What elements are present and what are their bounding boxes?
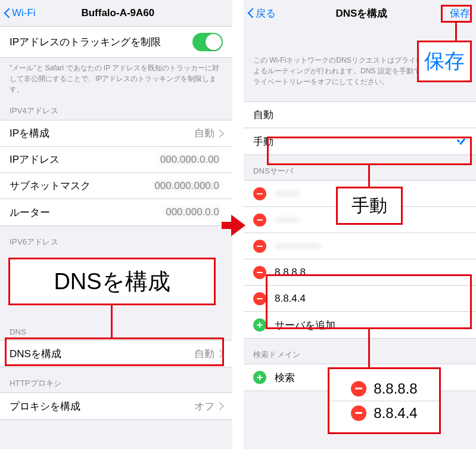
mode-auto-row[interactable]: 自動 — [244, 102, 476, 128]
mode-auto-label: 自動 — [253, 108, 466, 122]
add-server-label: サーバを追加 — [275, 318, 466, 332]
remove-icon[interactable] — [253, 240, 266, 253]
ip-address-row: IPアドレス 000.000.0.00 — [0, 147, 232, 173]
tracking-footer: "メール"と Safari であなたの IP アドレスを既知のトラッカーに対して… — [0, 58, 232, 95]
configure-proxy-label: プロキシを構成 — [10, 400, 194, 413]
add-icon[interactable] — [253, 371, 266, 384]
remove-icon[interactable] — [253, 292, 266, 305]
chevron-right-icon — [218, 129, 223, 138]
configure-ip-row[interactable]: IPを構成 自動 — [0, 120, 232, 147]
limit-tracking-label: IPアドレスのトラッキングを制限 — [10, 35, 192, 49]
dns-group: DNSを構成 自動 — [0, 340, 232, 367]
dns-server-row[interactable]: 8.8.4.4 — [244, 286, 476, 312]
dns-server-value: 8.8.4.4 — [275, 293, 466, 305]
configure-dns-row[interactable]: DNSを構成 自動 — [0, 340, 232, 367]
limit-tracking-toggle[interactable] — [192, 33, 223, 51]
chevron-left-icon — [247, 7, 254, 19]
wifi-detail-screen: Wi-Fi Buffalo-A-9A60 IPアドレスのトラッキングを制限 "メ… — [0, 0, 232, 449]
dns-server-value: ••••••••••••• — [275, 240, 466, 252]
mode-group: 自動 手動 — [244, 101, 476, 155]
chevron-right-icon — [218, 349, 223, 358]
configure-ip-label: IPを構成 — [10, 126, 194, 140]
subnet-label: サブネットマスク — [10, 179, 154, 193]
ip-address-label: IPアドレス — [10, 153, 160, 166]
router-value: 000.000.0.0 — [166, 206, 219, 218]
add-server-row[interactable]: サーバを追加 — [244, 312, 476, 338]
search-domain-group: 検索 — [244, 364, 476, 391]
router-row: ルーター 000.000.0.0 — [0, 199, 232, 225]
dns-server-row[interactable]: ••••••••••••• — [244, 233, 476, 259]
page-title: DNSを構成 — [336, 7, 388, 20]
chevron-left-icon — [4, 7, 11, 19]
configure-proxy-row[interactable]: プロキシを構成 オフ — [0, 393, 232, 419]
nav-bar: 戻る DNSを構成 保存 — [244, 0, 476, 26]
proxy-group: プロキシを構成 オフ — [0, 392, 232, 420]
dns-server-row[interactable]: ••••••• — [244, 207, 476, 233]
page-title: Buffalo-A-9A60 — [81, 7, 154, 19]
configure-ip-value: 自動 — [194, 126, 214, 140]
dns-server-row[interactable]: 8.8.8.8 — [244, 259, 476, 286]
dns-server-value: 8.8.8.8 — [275, 267, 466, 278]
dns-servers-group: ••••••• ••••••• ••••••••••••• 8.8.8.8 8.… — [244, 180, 476, 339]
configure-dns-screen: 戻る DNSを構成 保存 この Wi-FiネットワークのDNSリクエストはプライ… — [244, 0, 476, 449]
ip-address-value: 000.000.0.00 — [160, 154, 219, 166]
configure-dns-label: DNSを構成 — [10, 347, 194, 361]
dns-servers-header: DNSサーバ — [244, 155, 476, 180]
dns-header: DNS — [0, 317, 232, 340]
add-search-label: 検索 — [275, 371, 466, 385]
dns-server-value: ••••••• — [275, 214, 466, 226]
back-label: 戻る — [256, 7, 276, 20]
nav-bar: Wi-Fi Buffalo-A-9A60 — [0, 0, 232, 26]
save-button[interactable]: 保存 — [447, 5, 472, 21]
arrow-icon — [231, 215, 245, 236]
search-domain-header: 検索ドメイン — [244, 339, 476, 364]
back-button[interactable]: Wi-Fi — [4, 7, 36, 19]
add-icon[interactable] — [253, 318, 266, 332]
mode-manual-row[interactable]: 手動 — [244, 128, 476, 154]
subnet-row: サブネットマスク 000.000.000.0 — [0, 173, 232, 199]
checkmark-icon — [456, 136, 466, 147]
limit-tracking-row[interactable]: IPアドレスのトラッキングを制限 — [0, 27, 232, 57]
configure-dns-value: 自動 — [194, 347, 214, 361]
subnet-value: 000.000.000.0 — [154, 180, 219, 192]
configure-proxy-value: オフ — [194, 400, 214, 413]
router-label: ルーター — [10, 206, 166, 219]
ipv4-group: IPを構成 自動 IPアドレス 000.000.0.00 サブネットマスク 00… — [0, 120, 232, 226]
dns-server-row[interactable]: ••••••• — [244, 181, 476, 207]
remove-icon[interactable] — [253, 187, 266, 200]
ipv6-header: IPV6アドレス — [0, 226, 232, 251]
add-search-row[interactable]: 検索 — [244, 364, 476, 391]
mode-manual-label: 手動 — [253, 135, 456, 148]
dns-server-value: ••••••• — [275, 188, 466, 200]
back-button[interactable]: 戻る — [247, 7, 276, 20]
remove-icon[interactable] — [253, 266, 266, 279]
back-label: Wi-Fi — [12, 7, 36, 19]
tracking-group: IPアドレスのトラッキングを制限 — [0, 26, 232, 58]
proxy-header: HTTPプロキシ — [0, 367, 232, 392]
remove-icon[interactable] — [253, 213, 266, 227]
chevron-right-icon — [218, 402, 223, 410]
dns-help-footer: この Wi-FiネットワークのDNSリクエストはプライベートリレーによるルーティ… — [244, 44, 476, 87]
ipv4-header: IPV4アドレス — [0, 95, 232, 120]
